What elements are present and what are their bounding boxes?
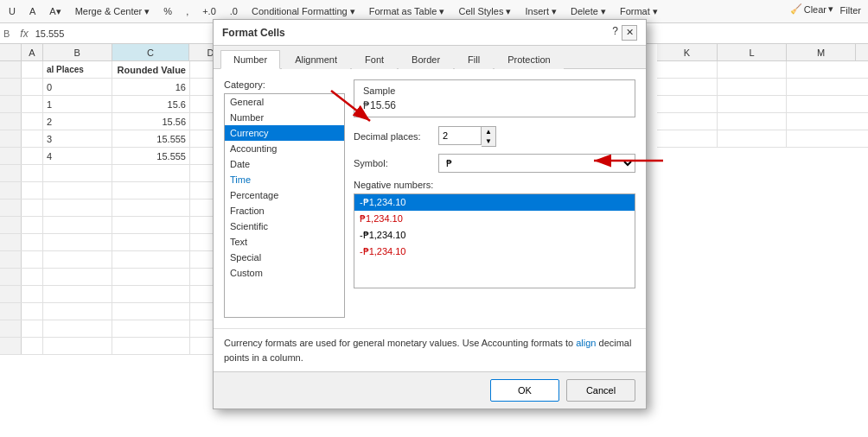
table-row	[0, 303, 233, 320]
category-item-general[interactable]: General	[225, 94, 344, 110]
cell-1-c[interactable]: 16	[112, 79, 190, 95]
symbol-select[interactable]: ₱	[438, 154, 635, 173]
col-header-a[interactable]: A	[22, 44, 43, 60]
symbol-label: Symbol:	[354, 158, 431, 168]
category-item-time[interactable]: Time	[225, 172, 344, 187]
toolbar-decimal-decrease[interactable]: .0	[225, 4, 243, 18]
tab-alignment[interactable]: Alignment	[282, 50, 350, 69]
tab-fill[interactable]: Fill	[455, 50, 493, 69]
cell-4-b[interactable]: 3	[43, 130, 112, 147]
dialog-body: Category: General Number Currency Accoun…	[214, 69, 646, 328]
category-item-currency[interactable]: Currency	[225, 125, 344, 141]
cell-2-b[interactable]: 1	[43, 96, 112, 112]
table-row: 2 15.56	[0, 113, 233, 130]
category-item-date[interactable]: Date	[225, 156, 344, 172]
toolbar-merge-center[interactable]: Merge & Center ▾	[70, 4, 156, 19]
category-item-scientific[interactable]: Scientific	[225, 218, 344, 234]
spreadsheet-grid-right: K L M	[657, 44, 868, 437]
row-num-5	[0, 148, 22, 164]
cell-5-a[interactable]	[22, 148, 43, 164]
toolbar-format[interactable]: Format ▾	[615, 4, 663, 19]
category-item-fraction[interactable]: Fraction	[225, 203, 344, 218]
tab-font[interactable]: Font	[352, 50, 397, 69]
col-header-b[interactable]: B	[43, 44, 112, 60]
format-cells-dialog: Format Cells ? ✕ Number Alignment Font B…	[213, 19, 647, 409]
decimal-spinner: ▲ ▼	[482, 126, 496, 147]
sample-label: Sample	[363, 86, 626, 96]
toolbar-percent[interactable]: %	[158, 4, 177, 18]
cell-3-c[interactable]: 15.56	[112, 113, 190, 130]
row-num-3	[0, 113, 22, 130]
negative-item-3[interactable]: -₱1,234.10	[354, 244, 635, 260]
cell-1-b[interactable]: 0	[43, 79, 112, 95]
category-item-text[interactable]: Text	[225, 234, 344, 250]
category-item-custom[interactable]: Custom	[225, 265, 344, 281]
table-row: 0 16	[0, 79, 233, 96]
toolbar-conditional[interactable]: Conditional Formatting ▾	[246, 4, 361, 19]
dialog-description: Currency formats are used for general mo…	[214, 328, 646, 371]
table-row	[0, 165, 233, 182]
right-col-headers: K L M	[657, 44, 868, 61]
cell-5-b[interactable]: 4	[43, 148, 112, 164]
decimal-places-control: ▲ ▼	[438, 126, 496, 147]
negative-item-2[interactable]: -₱1,234.10	[354, 227, 635, 244]
category-item-accounting[interactable]: Accounting	[225, 141, 344, 156]
category-item-special[interactable]: Special	[225, 250, 344, 265]
spreadsheet-grid-left: al Places Rounded Value 0 16 1 15.6 2 15…	[0, 61, 233, 437]
toolbar-font-color[interactable]: A	[24, 4, 41, 18]
decimal-places-input[interactable]	[438, 126, 482, 145]
cell-2-c[interactable]: 15.6	[112, 96, 190, 112]
col-header-l[interactable]: L	[718, 44, 787, 60]
cell-header-c[interactable]: Rounded Value	[112, 61, 190, 78]
toolbar-highlight[interactable]: A▾	[44, 4, 66, 19]
negative-numbers-label: Negative numbers:	[354, 180, 635, 190]
cell-3-b[interactable]: 2	[43, 113, 112, 130]
cell-3-a[interactable]	[22, 113, 43, 130]
cell-4-c[interactable]: 15.555	[112, 130, 190, 147]
tab-protection[interactable]: Protection	[495, 50, 564, 69]
decimal-increment-button[interactable]: ▲	[482, 127, 495, 136]
col-header-c[interactable]: C	[112, 44, 190, 60]
cell-header-b[interactable]: al Places	[43, 61, 112, 78]
sample-value: ₱15.56	[363, 99, 626, 111]
toolbar-cell-styles[interactable]: Cell Styles ▾	[453, 4, 516, 19]
toolbar-delete[interactable]: Delete ▾	[565, 4, 611, 19]
cell-5-c[interactable]: 15.555	[112, 148, 190, 164]
col-header-k[interactable]: K	[657, 44, 718, 60]
options-panel: Sample ₱15.56 Decimal places: ▲ ▼	[354, 79, 635, 318]
row-num-1	[0, 79, 22, 95]
clear-button[interactable]: 🧹 Clear ▾	[790, 3, 833, 15]
dialog-desc-link[interactable]: align	[576, 338, 596, 348]
category-item-percentage[interactable]: Percentage	[225, 187, 344, 203]
category-item-number[interactable]: Number	[225, 110, 344, 125]
help-button[interactable]: ?	[612, 25, 618, 41]
table-row	[0, 251, 233, 269]
tab-number[interactable]: Number	[220, 50, 280, 69]
decimal-places-row: Decimal places: ▲ ▼	[354, 126, 635, 147]
toolbar-insert[interactable]: Insert ▾	[520, 4, 562, 19]
ok-button[interactable]: OK	[490, 379, 559, 402]
negative-item-0[interactable]: -₱1,234.10	[354, 194, 635, 211]
dialog-tabs: Number Alignment Font Border Fill Protec…	[214, 46, 646, 69]
dialog-titlebar: Format Cells ? ✕	[214, 20, 646, 46]
decimal-decrement-button[interactable]: ▼	[482, 136, 495, 146]
toolbar-comma[interactable]: ,	[181, 4, 194, 18]
toolbar-underline[interactable]: U	[3, 4, 21, 18]
toolbar-decimal-increase[interactable]: +.0	[197, 4, 221, 18]
toolbar-format-table[interactable]: Format as Table ▾	[364, 4, 450, 19]
cell-2-a[interactable]	[22, 96, 43, 112]
cell-header-a[interactable]	[22, 61, 43, 78]
tab-border[interactable]: Border	[399, 50, 453, 69]
table-row	[0, 286, 233, 303]
cell-4-a[interactable]	[22, 130, 43, 147]
fx-label: fx	[20, 28, 28, 40]
cancel-button[interactable]: Cancel	[566, 379, 635, 402]
clear-dropdown-icon: ▾	[828, 3, 833, 15]
negative-item-1[interactable]: ₱1,234.10	[354, 211, 635, 227]
col-header-m[interactable]: M	[787, 44, 856, 60]
filter-button[interactable]: Filter	[835, 3, 866, 17]
col-headers-left: A B C D	[0, 44, 233, 61]
cell-1-a[interactable]	[22, 79, 43, 95]
close-button[interactable]: ✕	[622, 25, 637, 41]
clear-icon: 🧹	[790, 3, 802, 15]
